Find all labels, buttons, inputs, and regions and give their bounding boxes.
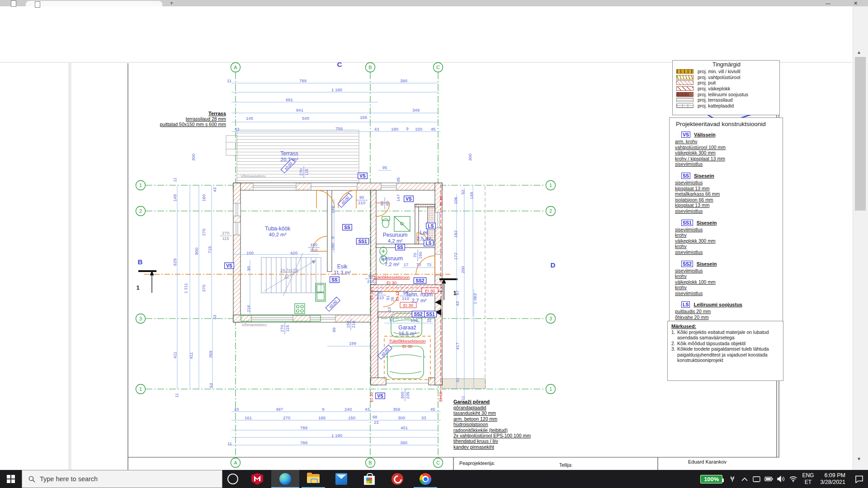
scroll-down-icon[interactable]: ▼ [857,456,861,461]
construction-layer: krohv [675,273,781,279]
tablet-mode-icon[interactable] [750,470,763,488]
leili-swatch-icon [676,92,693,97]
dimension-label: 249 [330,206,335,213]
note-item: 1.Kõiki projektis esitatud materjale on … [671,329,780,341]
dimension-label: 161 [245,415,252,420]
dimension-label: 411 [172,352,177,358]
start-button[interactable] [0,470,22,488]
new-tab-button[interactable]: + [170,0,173,6]
dimension-label: 32 [427,318,432,323]
dimension-label: 145 [246,116,253,121]
dimension-label: 11 [172,178,177,182]
room-area: 11,3 m² [334,270,351,275]
dimension-label: 411 [189,352,193,359]
power-plug-icon[interactable] [726,470,738,488]
scroll-up-icon[interactable]: ▲ [857,50,861,55]
construction-layer: puitlaudis 20 mm [675,309,781,314]
tray-expand-chevron-icon[interactable] [738,470,750,488]
ccleaner-taskbar-icon[interactable] [383,470,411,488]
dimension-label: 43 [212,188,217,192]
dimension-label: 359 [393,407,400,412]
construction-layer: siseviimistlus [675,268,781,274]
dimension-label: 13 [387,307,392,312]
wall-type-tag: SS [344,225,350,230]
dimension-label: 147 [396,194,401,202]
room-name: Pesuruum [383,232,408,238]
mail-taskbar-icon[interactable] [327,470,355,488]
constructions-panel: Projekteeritavad konstruktsioonid VSVäli… [669,117,783,324]
construction-layer: siseviimistlus [675,249,781,255]
wall-type-tag: SS1 [681,220,693,226]
cortana-icon [227,474,238,484]
chrome-taskbar-icon[interactable] [411,470,439,488]
pinned-tab-icon[interactable] [11,0,16,7]
search-icon [28,476,35,483]
dimension-label: 270 [283,415,290,420]
construction-layer: väikeplokk 100 mm [675,279,781,285]
dimension-label: 401 [401,425,408,430]
dimension-label: 17 [404,262,409,267]
grid-axis-label: 1 [139,183,142,188]
language-indicator[interactable]: ENGET [802,472,814,486]
grid-axis-label: 3 [549,316,552,321]
edge-taskbar-icon[interactable] [271,470,299,488]
grid-axis-label: A [234,460,237,465]
mcafee-taskbar-icon[interactable] [243,470,271,488]
dimension-label: 370 [201,285,206,292]
dimension-label: 756 [335,126,343,131]
fire-rating-label: EI 60 [439,196,443,206]
grid-axis-label: 1 [139,386,142,392]
fire-rating-label: EI 60 [438,392,443,402]
dimension-label: 300 [467,154,472,161]
explorer-taskbar-icon[interactable] [299,470,327,488]
construction-layer: metallkarkass 66 mm [675,191,781,197]
battery-icon[interactable] [763,470,775,488]
construction-section: VSVälisseinarm. krohvvahtpolüstürool 100… [675,130,781,167]
grid-axis-label: A [234,65,237,70]
minvill-swatch-icon [676,69,693,74]
dimension-label: 70 [416,262,421,267]
dimension-label: 420 [290,250,297,255]
cortana-button[interactable] [222,470,243,488]
action-center-button[interactable] [850,470,868,488]
wall-type-tag: VS [681,131,690,138]
construction-layer: siseviimistlus [675,291,781,296]
legend-title: Tingmärgid [676,61,777,68]
dimension-fraction-top: 150 [345,321,350,328]
clock[interactable]: 6:09 PM 3/28/2021 [820,472,845,486]
wifi-icon[interactable] [787,470,799,488]
construction-section: SS1Siseseinsiseviimistluskrohvväikeplokk… [675,218,781,255]
dimension-label: 390 [400,440,407,445]
search-input[interactable]: Type here to search [22,470,222,488]
dimension-label: 43 [212,315,217,320]
close-button[interactable]: ✕ [854,0,858,6]
dimension-fraction-top: 300 [400,392,405,399]
dimension-fraction-top: 150 [310,242,317,247]
garage-floor-layer: kandev pinnasekiht [453,444,544,450]
dimension-label: 150 [330,243,335,250]
garage-floor-layer: arm. betoon 120 mm [453,416,544,422]
dimension-label: 199 [349,341,356,346]
minimize-button[interactable]: — [826,0,830,6]
vertical-scrollbar[interactable]: ▲ ▼ [853,6,868,470]
active-tab[interactable] [26,1,162,6]
store-taskbar-icon[interactable] [355,470,383,488]
dimension-label: 53 [208,383,213,388]
room-name: Tehn. ruum [406,291,433,298]
garage-floor-layer: tihendatud kruus / liiv [453,438,544,444]
battery-percent-badge[interactable]: 100% [700,475,722,483]
scroll-thumb[interactable] [855,57,866,211]
wall-type-tag: VS [359,174,366,178]
dimension-label: 1 211 [183,283,188,293]
legend-item: proj. leiliruumi soojustus [676,91,777,97]
room-area: 40,2 m² [269,232,287,237]
constructions-title: Projekteeritavad konstruktsioonid [676,121,781,127]
dimension-label: 150 [415,127,422,131]
garage-floor-title: Garaaži põrand [453,399,544,405]
wall-type-tag: SS [331,277,338,282]
notification-icon [855,475,863,483]
construction-layer: krohv [675,285,781,291]
note-item: 2.Kõik mõõdud täpsustada objektil [671,341,780,346]
garage-floor-note: Garaaži põrand põrandaplaadidtasanduskih… [453,399,544,450]
speaker-icon[interactable] [775,470,787,488]
